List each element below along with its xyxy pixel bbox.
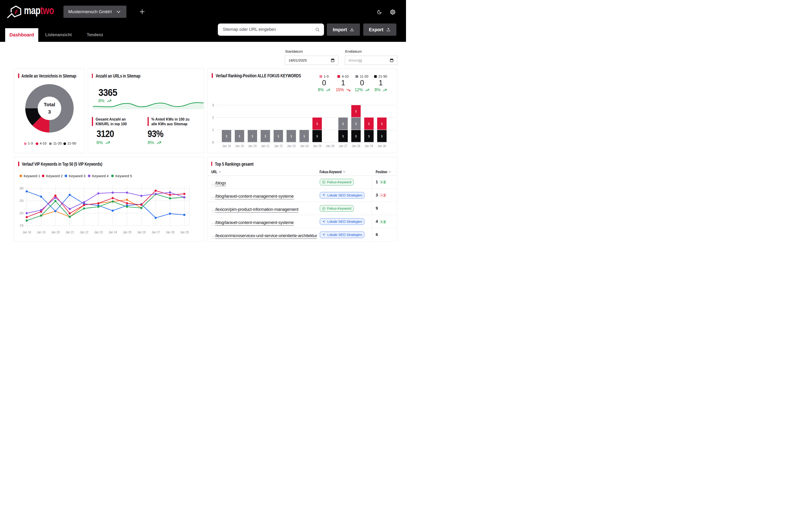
svg-text:1: 1 xyxy=(368,122,370,125)
svg-text:1: 1 xyxy=(316,135,318,138)
svg-text:1: 1 xyxy=(342,135,344,138)
svg-text:1: 1 xyxy=(264,135,266,138)
svg-text:1: 1 xyxy=(316,122,318,125)
svg-text:1: 1 xyxy=(303,135,305,138)
svg-text:1: 1 xyxy=(381,135,383,138)
svg-text:1: 1 xyxy=(251,135,253,138)
svg-text:1: 1 xyxy=(277,135,279,138)
svg-text:1: 1 xyxy=(355,135,357,138)
svg-text:1: 1 xyxy=(239,135,240,138)
svg-text:1: 1 xyxy=(226,135,227,138)
svg-text:1: 1 xyxy=(342,122,344,125)
svg-text:1: 1 xyxy=(381,122,383,125)
svg-text:1: 1 xyxy=(355,122,357,125)
svg-text:1: 1 xyxy=(355,110,357,113)
svg-text:1: 1 xyxy=(290,135,292,138)
svg-text:1: 1 xyxy=(368,135,370,138)
